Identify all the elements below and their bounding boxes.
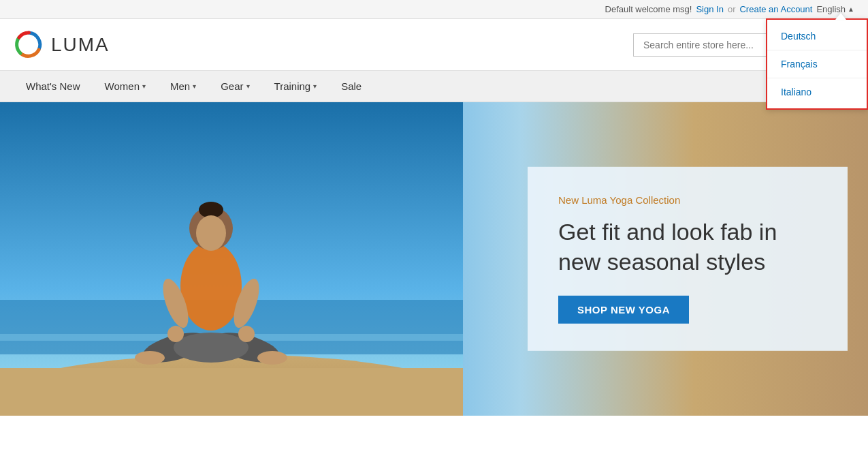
chevron-up-icon: ▲ — [848, 5, 854, 13]
nav-label-gear: Gear — [221, 80, 243, 92]
chevron-down-icon: ▾ — [246, 82, 250, 90]
nav-label-men: Men — [170, 80, 190, 92]
hero-section: New Luma Yoga Collection Get fit and loo… — [0, 102, 868, 416]
separator: or — [728, 4, 736, 14]
logo-icon — [14, 29, 44, 60]
nav-item-training[interactable]: Training ▾ — [262, 71, 329, 102]
nav-item-gear[interactable]: Gear ▾ — [208, 71, 261, 102]
svg-point-6 — [180, 242, 242, 331]
svg-point-14 — [174, 333, 248, 363]
nav-label-sale: Sale — [341, 80, 361, 92]
svg-point-16 — [257, 351, 287, 365]
nav-item-whats-new[interactable]: What's New — [14, 71, 93, 102]
svg-point-15 — [135, 351, 165, 365]
dropdown-divider-1 — [767, 50, 867, 50]
create-account-link[interactable]: Create an Account — [739, 4, 812, 14]
logo-text: LUMA — [51, 34, 110, 56]
chevron-down-icon: ▾ — [313, 82, 317, 90]
svg-point-9 — [196, 215, 226, 251]
nav-item-men[interactable]: Men ▾ — [158, 71, 208, 102]
nav-label-whats-new: What's New — [26, 80, 80, 92]
lang-option-italiano[interactable]: Italiano — [767, 81, 867, 103]
svg-rect-5 — [0, 368, 463, 416]
dropdown-divider-2 — [767, 78, 867, 78]
logo-link[interactable]: LUMA — [14, 29, 110, 60]
language-dropdown: Deutsch Français Italiano — [766, 18, 868, 110]
top-bar: Default welcome msg! Sign In or Create a… — [0, 0, 868, 19]
welcome-message: Default welcome msg! — [605, 4, 692, 14]
shop-new-yoga-button[interactable]: Shop New Yoga — [558, 296, 689, 324]
hero-subtitle: New Luma Yoga Collection — [558, 194, 817, 206]
lang-option-deutsch[interactable]: Deutsch — [767, 25, 867, 47]
hero-card: New Luma Yoga Collection Get fit and loo… — [528, 167, 848, 351]
main-navigation: What's New Women ▾ Men ▾ Gear ▾ Training… — [0, 71, 868, 102]
nav-item-women[interactable]: Women ▾ — [93, 71, 158, 102]
hero-yoga-image — [0, 102, 463, 416]
chevron-down-icon: ▾ — [142, 82, 146, 90]
nav-item-sale[interactable]: Sale — [329, 71, 374, 102]
hero-title: Get fit and look fab in new seasonal sty… — [558, 217, 817, 277]
nav-label-training: Training — [274, 80, 311, 92]
nav-label-women: Women — [105, 80, 140, 92]
svg-point-17 — [167, 326, 184, 342]
chevron-down-icon: ▾ — [193, 82, 196, 90]
sign-in-link[interactable]: Sign In — [696, 4, 723, 14]
lang-option-francais[interactable]: Français — [767, 53, 867, 75]
header: LUMA 🔍 — [0, 19, 868, 71]
svg-point-18 — [238, 326, 255, 342]
